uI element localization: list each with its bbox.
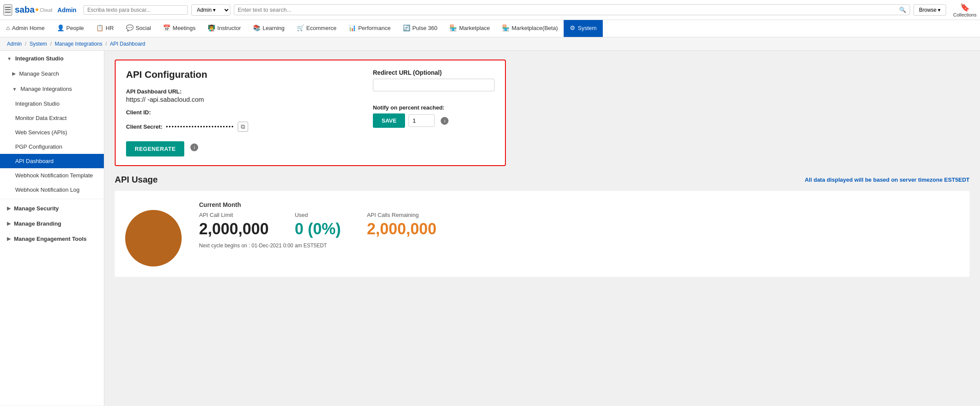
sidebar-item-api-dashboard[interactable]: API Dashboard: [0, 154, 104, 168]
quick-search-input[interactable]: [87, 7, 174, 13]
collections-button[interactable]: 🔖 Collections: [953, 3, 977, 17]
sidebar-item-webhook-log[interactable]: Webhook Notification Log: [0, 183, 104, 197]
redirect-url-section: Redirect URL (Optional): [373, 69, 495, 91]
tab-people-label: People: [66, 25, 84, 31]
usage-cols: API Call Limit 2,000,000 Used 0 (0%) API…: [199, 212, 959, 238]
tab-system-label: System: [578, 25, 596, 31]
tab-instructor[interactable]: 👨‍🏫 Instructor: [202, 20, 247, 37]
tab-social-label: Social: [136, 25, 151, 31]
chevron-down-icon-2: ▼: [12, 87, 17, 92]
api-config-left: API Configuration API Dashboard URL: htt…: [126, 69, 359, 156]
client-id-label: Client ID:: [126, 109, 359, 116]
sidebar-section-manage-branding[interactable]: ▶ Manage Branding: [0, 216, 104, 231]
tab-social[interactable]: 💬 Social: [120, 20, 157, 37]
tab-hr-label: HR: [106, 25, 114, 31]
sidebar-item-integration-studio[interactable]: Integration Studio: [0, 97, 104, 111]
tab-marketplace-beta[interactable]: 🏪 Marketplace(Beta): [496, 20, 564, 37]
usage-col-remaining: API Calls Remaining 2,000,000: [367, 212, 436, 238]
sidebar-item-label-manage-engagement: Manage Engagement Tools: [14, 236, 86, 242]
ecommerce-icon: 🛒: [297, 24, 304, 31]
hr-icon: 📋: [96, 24, 103, 31]
usage-details: Current Month API Call Limit 2,000,000 U…: [199, 201, 959, 249]
api-usage-chart: [125, 210, 182, 266]
timezone-note: All data displayed will be based on serv…: [805, 176, 970, 183]
redirect-url-input[interactable]: [373, 79, 495, 91]
system-icon: ⚙: [570, 24, 575, 31]
tab-meetings-label: Meetings: [173, 25, 196, 31]
save-button[interactable]: SAVE: [373, 113, 405, 128]
breadcrumb-admin[interactable]: Admin: [7, 41, 22, 47]
redirect-url-label: Redirect URL (Optional): [373, 69, 495, 76]
sidebar-item-label-manage-search: Manage Search: [19, 70, 59, 77]
tab-system[interactable]: ⚙ System: [564, 20, 602, 37]
tab-people[interactable]: 👤 People: [51, 20, 90, 37]
tab-pulse360[interactable]: 🔄 Pulse 360: [397, 20, 444, 37]
sidebar-section-integration-studio[interactable]: ▼ Integration Studio: [0, 51, 104, 66]
breadcrumb-system[interactable]: System: [30, 41, 47, 47]
tab-admin-home[interactable]: ⌂ Admin Home: [0, 20, 51, 37]
api-config-card: API Configuration API Dashboard URL: htt…: [115, 60, 506, 166]
breadcrumb-sep1: /: [25, 41, 26, 47]
main-search-input[interactable]: [238, 7, 899, 13]
sidebar-section-label-integration-studio: Integration Studio: [15, 55, 63, 62]
sidebar-section-manage-security[interactable]: ▶ Manage Security: [0, 201, 104, 216]
quick-search-box[interactable]: [83, 5, 188, 15]
breadcrumb-manage-integrations[interactable]: Manage Integrations: [55, 41, 102, 47]
api-config-right: Redirect URL (Optional) Notify on percen…: [373, 69, 495, 156]
client-secret-value: ••••••••••••••••••••••••: [166, 123, 234, 130]
tab-performance[interactable]: 📊 Performance: [342, 20, 396, 37]
tab-admin-home-label: Admin Home: [12, 25, 44, 31]
api-dashboard-url-value: https:// -api.sabacloud.com: [126, 96, 359, 103]
api-usage-header: API Usage All data displayed will be bas…: [115, 175, 970, 185]
client-secret-field: Client Secret: •••••••••••••••••••••••• …: [126, 122, 359, 132]
hamburger-button[interactable]: ☰: [3, 4, 12, 16]
tab-performance-label: Performance: [358, 25, 390, 31]
tab-meetings[interactable]: 📅 Meetings: [157, 20, 202, 37]
logo-text: saba: [15, 5, 35, 15]
tab-pulse360-label: Pulse 360: [412, 25, 438, 31]
sidebar-section-manage-integrations[interactable]: ▼ Manage Integrations: [0, 81, 104, 97]
notify-percent-input[interactable]: [409, 114, 435, 127]
api-usage-body: Current Month API Call Limit 2,000,000 U…: [115, 191, 970, 277]
main-layout: ▼ Integration Studio ▶ Manage Search ▼ M…: [0, 51, 980, 406]
marketplace-beta-icon: 🏪: [502, 24, 509, 31]
regenerate-info-icon[interactable]: i: [190, 143, 198, 151]
save-info-icon[interactable]: i: [441, 117, 448, 125]
chevron-down-icon: ▼: [7, 56, 12, 61]
sidebar-item-webhook-template[interactable]: Webhook Notification Template: [0, 168, 104, 183]
tab-hr[interactable]: 📋 HR: [90, 20, 120, 37]
sidebar-item-web-services[interactable]: Web Services (APIs): [0, 125, 104, 140]
social-icon: 💬: [126, 24, 133, 31]
admin-home-icon: ⌂: [6, 24, 10, 31]
marketplace-icon: 🏪: [449, 24, 457, 31]
call-limit-label: API Call Limit: [199, 212, 269, 218]
performance-icon: 📊: [349, 24, 356, 31]
sidebar-item-pgp-config[interactable]: PGP Configuration: [0, 140, 104, 154]
current-month-label: Current Month: [199, 201, 959, 208]
used-value: 0 (0%): [295, 220, 341, 238]
bookmark-icon: 🔖: [960, 3, 970, 12]
tab-marketplace-label: Marketplace: [459, 25, 490, 31]
logo-cloud: Cloud: [40, 7, 53, 13]
chevron-right-icon-security: ▶: [7, 206, 10, 211]
breadcrumb-sep2: /: [50, 41, 51, 47]
admin-home-label[interactable]: Admin: [57, 7, 76, 13]
breadcrumb-api-dashboard[interactable]: API Dashboard: [110, 41, 145, 47]
tab-learning[interactable]: 📚 Learning: [247, 20, 291, 37]
admin-dropdown[interactable]: Admin ▾: [191, 4, 230, 16]
logo-area: saba ★ Cloud: [15, 5, 52, 15]
tab-ecommerce[interactable]: 🛒 Ecommerce: [291, 20, 342, 37]
tab-marketplace[interactable]: 🏪 Marketplace: [443, 20, 496, 37]
sidebar-section-manage-search[interactable]: ▶ Manage Search: [0, 66, 104, 81]
used-label: Used: [295, 212, 341, 218]
sidebar-section-manage-engagement[interactable]: ▶ Manage Engagement Tools: [0, 231, 104, 246]
remaining-label: API Calls Remaining: [367, 212, 436, 218]
regenerate-button[interactable]: REGENERATE: [126, 141, 184, 156]
remaining-value: 2,000,000: [367, 220, 436, 238]
main-search-box[interactable]: 🔍: [234, 4, 910, 15]
tab-ecommerce-label: Ecommerce: [306, 25, 336, 31]
api-usage-title: API Usage: [115, 175, 158, 185]
browse-button[interactable]: Browse ▾: [914, 4, 946, 16]
copy-secret-button[interactable]: ⧉: [238, 122, 248, 132]
sidebar-item-monitor-data-extract[interactable]: Monitor Data Extract: [0, 111, 104, 125]
